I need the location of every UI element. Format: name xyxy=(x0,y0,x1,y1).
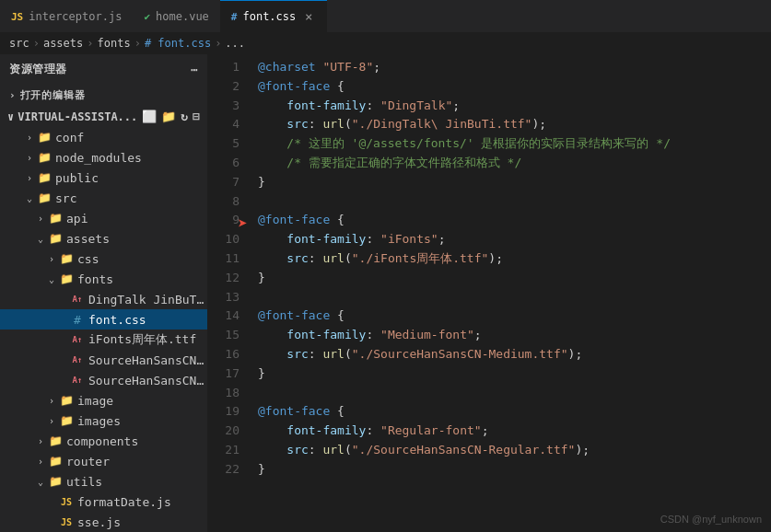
main-area: 资源管理器 ⋯ 打开的编辑器 ∨ VIRTUAL-ASSISTA... ⬜ 📁 … xyxy=(0,54,771,532)
tree-label: public xyxy=(55,171,99,185)
folder-icon: 📁 xyxy=(59,413,74,428)
folder-icon: 📁 xyxy=(48,434,63,448)
js-icon: JS xyxy=(59,494,74,509)
new-folder-icon[interactable]: 📁 xyxy=(161,110,176,123)
spacer xyxy=(55,332,70,347)
breadcrumb-src: src xyxy=(9,37,29,50)
new-file-icon[interactable]: ⋯ xyxy=(191,64,198,76)
folder-icon: 📁 xyxy=(59,393,74,408)
tree-label: utils xyxy=(66,475,102,489)
folder-arrow-icon xyxy=(22,191,37,205)
tree-label: SourceHanSansCN-Regula... xyxy=(88,374,207,387)
tree-label: images xyxy=(77,414,121,428)
tree-label: image xyxy=(77,394,113,408)
tree-item-sse[interactable]: JS sse.js xyxy=(0,512,207,532)
code-content[interactable]: @charset "UTF-8"; @font-face { font-fami… xyxy=(249,54,771,532)
sidebar-header: 资源管理器 ⋯ xyxy=(0,54,207,85)
tree-item-sourcehan-regular[interactable]: A↑ SourceHanSansCN-Regula... xyxy=(0,370,207,390)
folder-arrow-icon xyxy=(22,130,37,145)
folder-arrow-icon xyxy=(44,413,59,428)
editor-content[interactable]: 1 2 3 4 5 6 7 8 9 10 11 12 13 14 15 16 1… xyxy=(207,54,771,532)
spacer xyxy=(55,292,70,306)
tree-item-sourcehan-medium[interactable]: A↑ SourceHanSansCN-Mediu... xyxy=(0,350,207,370)
folder-icon: 📁 xyxy=(48,474,63,489)
breadcrumb-fonts: fonts xyxy=(98,37,131,50)
folder-arrow-icon xyxy=(33,474,48,489)
folder-arrow-icon xyxy=(44,251,59,266)
sidebar-title: 资源管理器 xyxy=(9,62,67,77)
tree-label: conf xyxy=(55,131,84,145)
spacer xyxy=(55,312,70,327)
folder-arrow-icon xyxy=(22,150,37,165)
tab-icon-js: JS xyxy=(11,11,23,23)
tab-label: home.vue xyxy=(156,10,209,23)
folder-arrow-icon xyxy=(33,211,48,226)
open-editors-label: 打开的编辑器 xyxy=(20,88,86,102)
tab-home-vue[interactable]: ✔ home.vue xyxy=(133,0,219,32)
spacer xyxy=(55,373,70,387)
folder-arrow-icon xyxy=(33,454,48,468)
tree-item-assets[interactable]: 📁 assets xyxy=(0,228,207,249)
tree-label: css xyxy=(77,252,99,266)
tab-bar: JS interceptor.js ✔ home.vue # font.css … xyxy=(0,0,771,32)
tree-item-router[interactable]: 📁 router xyxy=(0,451,207,471)
tree-item-fonts[interactable]: 📁 fonts xyxy=(0,269,207,289)
folder-icon: 📁 xyxy=(59,251,74,266)
folder-icon: 📁 xyxy=(59,272,74,286)
tab-font-css[interactable]: # font.css × xyxy=(220,0,327,32)
sidebar-header-icons: ⋯ xyxy=(191,64,198,76)
open-editors-section[interactable]: 打开的编辑器 xyxy=(0,85,207,106)
folder-icon: 📁 xyxy=(37,130,52,145)
chevron-down-icon: ∨ xyxy=(7,110,14,123)
tab-close-button[interactable]: × xyxy=(301,9,316,24)
tree-item-images[interactable]: 📁 images xyxy=(0,411,207,431)
tab-interceptor-js[interactable]: JS interceptor.js xyxy=(0,0,133,32)
tree-label: SourceHanSansCN-Mediu... xyxy=(88,353,207,367)
tab-icon-css: # xyxy=(231,11,238,23)
js-icon: JS xyxy=(59,515,74,529)
tree-item-font-css[interactable]: # font.css xyxy=(0,309,207,330)
line-numbers: 1 2 3 4 5 6 7 8 9 10 11 12 13 14 15 16 1… xyxy=(207,54,249,532)
tree-item-src[interactable]: 📁 src xyxy=(0,188,207,208)
folder-icon: 📁 xyxy=(48,231,63,246)
tree-item-ifonts-ttf[interactable]: A↑ iFonts周年体.ttf xyxy=(0,330,207,350)
folder-icon: 📁 xyxy=(48,211,63,226)
project-name-label: VIRTUAL-ASSISTA... xyxy=(18,110,137,123)
tree-label: components xyxy=(66,434,138,448)
sidebar: 资源管理器 ⋯ 打开的编辑器 ∨ VIRTUAL-ASSISTA... ⬜ 📁 … xyxy=(0,54,207,532)
ttf-icon: A↑ xyxy=(70,373,85,387)
spacer xyxy=(55,353,70,367)
tree-item-formatdate[interactable]: JS formatDate.js xyxy=(0,492,207,512)
tree-label: fonts xyxy=(77,272,113,286)
tree-label: router xyxy=(66,455,110,468)
new-file-icon[interactable]: ⬜ xyxy=(142,110,157,123)
tree-item-api[interactable]: 📁 api xyxy=(0,208,207,228)
ttf-icon: A↑ xyxy=(70,292,85,306)
tab-label: interceptor.js xyxy=(29,10,122,23)
tab-label: font.css xyxy=(242,10,296,23)
watermark: CSDN @nyf_unknown xyxy=(660,514,762,525)
refresh-icon[interactable]: ↻ xyxy=(181,110,188,123)
tree-label: DingTalk JinBuTi.ttf xyxy=(88,293,207,306)
project-action-icons: ⬜ 📁 ↻ ⊟ xyxy=(142,110,200,123)
tree-item-conf[interactable]: 📁 conf xyxy=(0,127,207,147)
spacer xyxy=(44,515,59,529)
folder-arrow-icon xyxy=(44,393,59,408)
tree-item-public[interactable]: 📁 public xyxy=(0,168,207,188)
tree-item-node-modules[interactable]: 📁 node_modules xyxy=(0,147,207,168)
collapse-icon[interactable]: ⊟ xyxy=(193,110,200,123)
tree-item-components[interactable]: 📁 components xyxy=(0,431,207,451)
tree-label: src xyxy=(55,191,76,205)
folder-arrow-icon xyxy=(44,272,59,286)
tree-item-utils[interactable]: 📁 utils xyxy=(0,471,207,492)
tree-item-css[interactable]: 📁 css xyxy=(0,249,207,269)
folder-arrow-icon xyxy=(22,170,37,185)
breadcrumb-file: # font.css xyxy=(145,37,211,50)
tree-label: assets xyxy=(66,232,110,246)
project-root-row[interactable]: ∨ VIRTUAL-ASSISTA... ⬜ 📁 ↻ ⊟ xyxy=(0,106,207,127)
tree-item-image[interactable]: 📁 image xyxy=(0,390,207,411)
tree-item-dingtalk-ttf[interactable]: A↑ DingTalk JinBuTi.ttf xyxy=(0,289,207,309)
file-tree: 📁 conf 📁 node_modules 📁 public 📁 src xyxy=(0,127,207,532)
ttf-icon: A↑ xyxy=(70,353,85,367)
tree-label: iFonts周年体.ttf xyxy=(88,331,196,348)
